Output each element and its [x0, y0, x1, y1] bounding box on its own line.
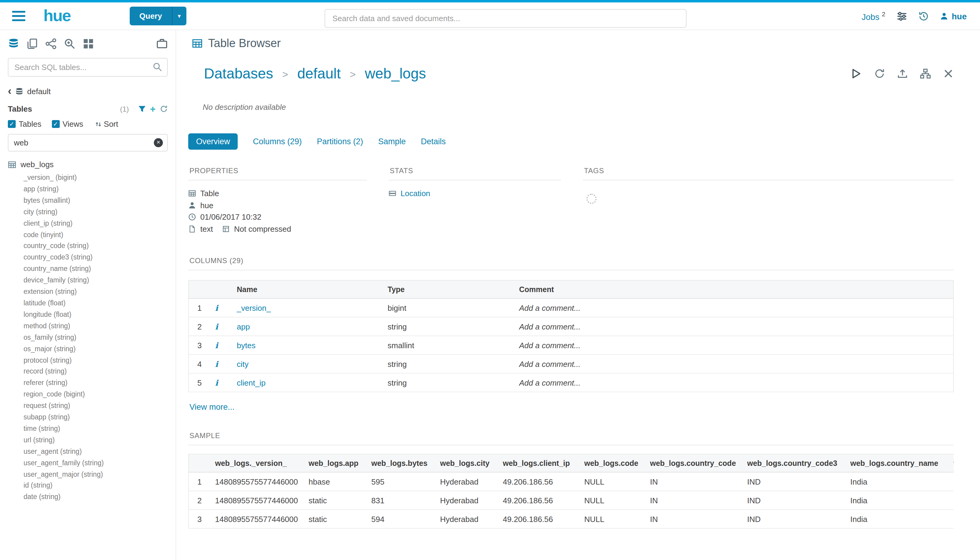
global-search-input[interactable] [324, 9, 687, 28]
sidebar-column-item[interactable]: city (string) [23, 206, 176, 218]
sidebar-column-item[interactable]: country_code (string) [23, 240, 176, 252]
sidebar-column-item[interactable]: user_agent (string) [23, 446, 176, 457]
close-icon[interactable] [943, 68, 953, 79]
sql-database-assist-icon[interactable] [8, 38, 19, 49]
share-nodes-assist-icon[interactable] [45, 38, 57, 49]
sidebar-column-item[interactable]: latitude (float) [23, 298, 176, 309]
column-name-link[interactable]: city [237, 359, 248, 368]
sidebar-column-item[interactable]: device_family (string) [23, 275, 176, 286]
table-description[interactable]: No description available [203, 103, 953, 112]
sidebar-column-item[interactable]: client_ip (string) [23, 218, 176, 229]
hamburger-menu-icon[interactable] [12, 8, 27, 23]
settings-sliders-icon[interactable] [896, 10, 907, 22]
sidebar-column-item[interactable]: user_agent_major (string) [23, 468, 176, 480]
sample-cell: IND [742, 472, 845, 491]
column-name-link[interactable]: app [237, 322, 250, 331]
info-icon[interactable]: i [215, 303, 218, 312]
sidebar-column-item[interactable]: longitude (float) [23, 309, 176, 320]
query-button[interactable]: Query [130, 7, 171, 25]
sidebar-column-item[interactable]: _version_ (bigint) [23, 172, 176, 183]
lineage-sitemap-icon[interactable] [920, 68, 930, 79]
tab-overview[interactable]: Overview [188, 133, 238, 150]
breadcrumb-databases[interactable]: Databases [204, 65, 273, 82]
column-comment[interactable]: Add a comment... [514, 298, 953, 317]
nav-right: Jobs2 hue [862, 10, 980, 22]
column-comment[interactable]: Add a comment... [514, 355, 953, 373]
column-comment[interactable]: Add a comment... [514, 317, 953, 336]
hue-logo[interactable]: hue [43, 8, 71, 24]
sidebar-column-item[interactable]: user_agent_family (string) [23, 457, 176, 468]
views-checkbox-label: Views [62, 120, 83, 128]
sample-cell: 831 [366, 491, 435, 510]
query-dropdown-caret-icon[interactable]: ▾ [171, 7, 186, 25]
sidebar-column-item[interactable]: date (string) [23, 492, 176, 503]
sample-row-number: 2 [188, 491, 210, 510]
execute-play-icon[interactable] [850, 68, 862, 80]
views-checkbox[interactable]: ✓Views [52, 120, 83, 128]
filter-funnel-icon[interactable] [138, 105, 146, 113]
apps-grid-assist-icon[interactable] [83, 38, 94, 49]
breadcrumb-web-logs[interactable]: web_logs [365, 65, 426, 82]
sidebar-column-item[interactable]: subapp (string) [23, 412, 176, 423]
search-icon[interactable] [153, 62, 162, 74]
sidebar-column-item[interactable]: extension (string) [23, 286, 176, 298]
sidebar-column-item[interactable]: time (string) [23, 423, 176, 435]
sidebar-column-item[interactable]: url (string) [23, 435, 176, 446]
sample-table-row: 11480895575577446000hbase595Hyderabad49.… [188, 472, 953, 491]
jobs-briefcase-icon[interactable] [156, 38, 168, 49]
sidebar-column-item[interactable]: app (string) [23, 183, 176, 195]
sidebar-column-item[interactable]: country_name (string) [23, 263, 176, 275]
upload-icon[interactable] [897, 68, 908, 79]
search-plus-assist-icon[interactable] [64, 38, 75, 49]
tab-sample[interactable]: Sample [378, 133, 406, 150]
property-created-value: 01/06/2017 10:32 [200, 211, 261, 223]
sample-cell: 49.206.186.56 [498, 472, 579, 491]
history-icon[interactable] [918, 10, 929, 22]
view-more-link[interactable]: View more... [190, 402, 235, 412]
refresh-metadata-icon[interactable] [874, 68, 885, 79]
table-filter-input[interactable] [8, 134, 168, 152]
column-name-link[interactable]: _version_ [237, 303, 271, 312]
sql-tables-search-input[interactable] [8, 58, 168, 77]
add-table-icon[interactable]: + [150, 105, 156, 113]
sample-column-header: web_logs.country_code [645, 454, 742, 472]
sidebar-column-item[interactable]: request (string) [23, 400, 176, 412]
info-cell: i [210, 355, 232, 373]
sidebar-column-item[interactable]: record (string) [23, 366, 176, 377]
info-icon[interactable]: i [215, 341, 218, 350]
jobs-link[interactable]: Jobs2 [862, 10, 885, 22]
sidebar-column-item[interactable]: protocol (string) [23, 355, 176, 366]
refresh-tables-icon[interactable] [160, 105, 168, 113]
sidebar-column-item[interactable]: code (tinyint) [23, 229, 176, 240]
table-entry-web-logs[interactable]: web_logs [0, 156, 176, 170]
breadcrumb-default[interactable]: default [297, 65, 341, 82]
sidebar-column-item[interactable]: os_family (string) [23, 332, 176, 343]
tables-checkbox[interactable]: ✓Tables [8, 120, 41, 128]
info-icon[interactable]: i [215, 322, 218, 331]
tab-columns-29[interactable]: Columns (29) [253, 133, 302, 150]
back-chevron-icon[interactable]: ‹ [8, 88, 12, 95]
sidebar-column-item[interactable]: os_major (string) [23, 343, 176, 355]
sidebar-column-item[interactable]: bytes (smallint) [23, 195, 176, 207]
location-link[interactable]: Location [401, 188, 430, 200]
sidebar-column-item[interactable]: country_code3 (string) [23, 252, 176, 263]
column-name-link[interactable]: bytes [237, 341, 256, 350]
column-comment[interactable]: Add a comment... [514, 373, 953, 392]
database-name[interactable]: default [27, 87, 51, 96]
column-comment[interactable]: Add a comment... [514, 336, 953, 355]
info-icon[interactable]: i [215, 378, 218, 387]
sidebar-column-item[interactable]: referer (string) [23, 377, 176, 389]
loading-spinner [586, 194, 597, 204]
documents-assist-icon[interactable] [27, 38, 38, 49]
sidebar-column-item[interactable]: id (string) [23, 480, 176, 492]
column-name-link[interactable]: client_ip [237, 378, 265, 387]
tab-partitions-2[interactable]: Partitions (2) [317, 133, 363, 150]
sample-cell: 595 [366, 472, 435, 491]
sidebar-column-item[interactable]: region_code (bigint) [23, 388, 176, 400]
info-icon[interactable]: i [215, 359, 218, 368]
sidebar-column-item[interactable]: method (string) [23, 320, 176, 332]
tab-details[interactable]: Details [421, 133, 446, 150]
user-menu[interactable]: hue [940, 11, 967, 21]
clear-filter-icon[interactable]: × [154, 138, 163, 147]
sort-toggle[interactable]: Sort [95, 120, 118, 128]
